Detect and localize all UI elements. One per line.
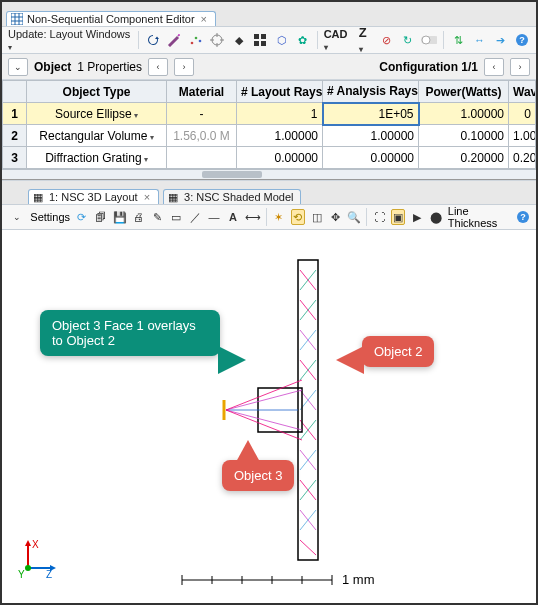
link-icon[interactable]: ⇅ (450, 32, 465, 48)
separator (366, 208, 367, 226)
settings-dropdown[interactable]: Settings (30, 211, 70, 223)
scale-label: 1 mm (342, 572, 375, 587)
svg-point-1 (178, 34, 180, 36)
cad-dropdown[interactable]: CAD (324, 28, 353, 52)
objtype-cell[interactable]: Rectangular Volume (27, 125, 167, 147)
refresh-icon[interactable]: ⟳ (75, 209, 89, 225)
rownum-cell[interactable]: 1 (3, 103, 27, 125)
viewport-canvas[interactable]: 1 mm X Z Y Object 3 Face 1 overlays to O… (2, 230, 536, 605)
expand-button[interactable]: ⌄ (8, 58, 28, 76)
rownum-cell[interactable]: 2 (3, 125, 27, 147)
wavenumber-cell[interactable]: 1.00000 (509, 125, 536, 147)
play-icon[interactable]: ▶ (410, 209, 424, 225)
object-grid-wrap: Object Type Material # Layout Rays # Ana… (2, 80, 536, 180)
target-icon[interactable] (209, 32, 224, 48)
arrows-icon[interactable]: ↔ (472, 32, 487, 48)
axis-icon[interactable]: ✶ (272, 209, 286, 225)
col-rownum[interactable] (3, 81, 27, 103)
help-icon[interactable]: ? (516, 209, 530, 225)
prev-config-button[interactable]: ‹ (484, 58, 504, 76)
viewport-tab-label: 3: NSC Shaded Model (184, 191, 293, 203)
viewport-tab-shaded[interactable]: ▦ 3: NSC Shaded Model (163, 189, 300, 204)
wavenumber-cell[interactable]: 0 (509, 103, 536, 125)
funnel-icon[interactable]: ◆ (231, 32, 246, 48)
close-icon[interactable]: × (142, 191, 152, 203)
fit-icon[interactable]: ⛶ (372, 209, 386, 225)
objtype-cell[interactable]: Source Ellipse (27, 103, 167, 125)
object-grid[interactable]: Object Type Material # Layout Rays # Ana… (2, 80, 536, 169)
analysisrays-cell[interactable]: 1E+05 (323, 103, 419, 125)
viewport-toolbar: ⌄ Settings ⟳ 🗐 💾 🖨 ✎ ▭ ／ ― A ⟷ ✶ ⟲ ◫ ✥ 🔍… (2, 204, 536, 230)
table-row[interactable]: 1 Source Ellipse - 1 1E+05 1.00000 0 (3, 103, 536, 125)
material-cell[interactable]: - (167, 103, 237, 125)
print-icon[interactable]: 🖨 (132, 209, 146, 225)
horizontal-scrollbar[interactable] (2, 169, 536, 179)
save-icon[interactable]: 💾 (113, 209, 127, 225)
callout-text: Object 3 (234, 468, 282, 483)
material-cell[interactable]: 1.56,0.0 M (167, 125, 237, 147)
power-cell[interactable]: 1.00000 (419, 103, 509, 125)
col-wavenumber[interactable]: Wavenumber (509, 81, 536, 103)
grid4-icon[interactable] (252, 32, 267, 48)
zoom-icon[interactable]: 🔍 (347, 209, 361, 225)
help-icon[interactable]: ? (515, 32, 530, 48)
editor-tab[interactable]: Non-Sequential Component Editor × (6, 11, 216, 26)
svg-point-11 (422, 36, 430, 44)
refresh-icon[interactable] (145, 32, 160, 48)
goto-icon[interactable]: ➔ (493, 32, 508, 48)
line-icon[interactable]: ／ (188, 209, 202, 225)
col-object-type[interactable]: Object Type (27, 81, 167, 103)
power-cell[interactable]: 0.10000 (419, 125, 509, 147)
layoutrays-cell[interactable]: 0.00000 (237, 147, 323, 169)
nosign-icon[interactable]: ⊘ (378, 32, 393, 48)
rownum-cell[interactable]: 3 (3, 147, 27, 169)
next-config-button[interactable]: › (510, 58, 530, 76)
update-dropdown[interactable]: Update: Layout Windows (8, 28, 132, 52)
callout-object2: Object 2 (362, 336, 434, 367)
col-layout-rays[interactable]: # Layout Rays (237, 81, 323, 103)
svg-point-4 (198, 40, 201, 43)
copy-icon[interactable]: 🗐 (94, 209, 108, 225)
svg-rect-9 (261, 41, 266, 46)
svg-point-2 (190, 42, 193, 45)
material-cell[interactable] (167, 147, 237, 169)
table-row[interactable]: 2 Rectangular Volume 1.56,0.0 M 1.00000 … (3, 125, 536, 147)
analysisrays-cell[interactable]: 0.00000 (323, 147, 419, 169)
analysisrays-cell[interactable]: 1.00000 (323, 125, 419, 147)
next-object-button[interactable]: › (174, 58, 194, 76)
close-icon[interactable]: × (199, 13, 209, 25)
rect-icon[interactable]: ▭ (169, 209, 183, 225)
line-thickness-dropdown[interactable]: Line Thickness (448, 205, 511, 229)
col-power[interactable]: Power(Watts) (419, 81, 509, 103)
wand-icon[interactable] (167, 32, 182, 48)
table-row[interactable]: 3 Diffraction Grating 0.00000 0.00000 0.… (3, 147, 536, 169)
ring-icon[interactable]: ↻ (400, 32, 415, 48)
viewport-tab-3d[interactable]: ▦ 1: NSC 3D Layout × (28, 189, 159, 204)
objtype-cell[interactable]: Diffraction Grating (27, 147, 167, 169)
power-cell[interactable]: 0.20000 (419, 147, 509, 169)
z-dropdown[interactable]: Z (359, 25, 373, 55)
pencil-icon[interactable]: ✎ (151, 209, 165, 225)
move-icon[interactable]: ✥ (328, 209, 342, 225)
col-analysis-rays[interactable]: # Analysis Rays (323, 81, 419, 103)
layoutrays-cell[interactable]: 1.00000 (237, 125, 323, 147)
text-icon[interactable]: A (226, 209, 240, 225)
scatter-icon[interactable] (188, 32, 203, 48)
arrow-tool-icon[interactable]: ― (207, 209, 221, 225)
main-toolbar: Update: Layout Windows ◆ ⬡ ✿ CAD Z ⊘ ↻ ⇅… (2, 26, 536, 54)
wavenumber-cell[interactable]: 0.20000 (509, 147, 536, 169)
record-icon[interactable]: ⬤ (429, 209, 443, 225)
gear-icon[interactable]: ✿ (295, 32, 310, 48)
hex-icon[interactable]: ⬡ (274, 32, 289, 48)
prev-object-button[interactable]: ‹ (148, 58, 168, 76)
select-icon[interactable]: ▣ (391, 209, 405, 225)
layoutrays-cell[interactable]: 1 (237, 103, 323, 125)
col-material[interactable]: Material (167, 81, 237, 103)
dim-icon[interactable]: ⟷ (245, 209, 261, 225)
toggle-icon[interactable] (421, 32, 437, 48)
grid-icon (11, 13, 23, 25)
orbit-icon[interactable]: ⟲ (291, 209, 305, 225)
callout-overlay: Object 3 Face 1 overlays to Object 2 (40, 310, 220, 356)
expand-button[interactable]: ⌄ (8, 208, 25, 226)
cube-icon[interactable]: ◫ (310, 209, 324, 225)
